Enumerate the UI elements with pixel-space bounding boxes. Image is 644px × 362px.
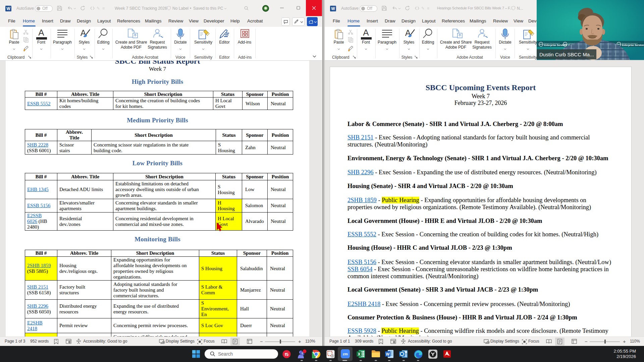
svg-text:X: X	[358, 352, 360, 357]
svg-text:Dustin Curb SBCC Ma...: Dustin Curb SBCC Ma...	[539, 52, 594, 57]
svg-text:T: T	[301, 352, 303, 355]
svg-text:zm: zm	[343, 352, 348, 356]
svg-text:W: W	[386, 352, 390, 357]
svg-text:W: W	[6, 6, 10, 11]
svg-text:f5: f5	[285, 352, 289, 357]
svg-text:Enterprise Services: Enterprise Services	[622, 44, 644, 47]
svg-text:W: W	[331, 6, 335, 11]
